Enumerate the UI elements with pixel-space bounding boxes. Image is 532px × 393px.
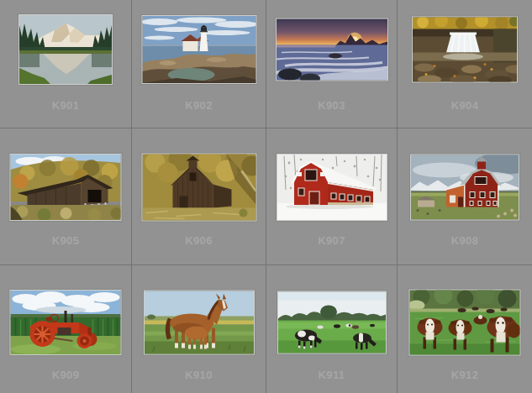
photo-k909-scene: [11, 291, 121, 354]
thumbnail-label: K903: [266, 100, 397, 112]
thumbnail-label: K911: [266, 369, 397, 381]
photo-grid: K901: [0, 0, 532, 393]
thumbnail-k901[interactable]: [18, 14, 113, 85]
thumbnail-label: K905: [0, 235, 131, 247]
gallery-item[interactable]: K912: [398, 265, 532, 393]
gallery-item[interactable]: K901: [0, 0, 131, 128]
thumbnail-label: K912: [398, 369, 532, 381]
thumbnail-k908[interactable]: [410, 155, 519, 221]
photo-k901-scene: [19, 15, 112, 84]
photo-k902-scene: [142, 16, 255, 83]
gallery-item[interactable]: K902: [132, 0, 266, 128]
photo-k912-scene: [410, 291, 520, 355]
photo-k910-scene: [145, 291, 254, 354]
thumbnail-k903[interactable]: [276, 18, 388, 81]
photo-k905-scene: [11, 155, 121, 220]
photo-k904-scene: [413, 18, 517, 82]
thumbnail-k911[interactable]: [277, 291, 387, 354]
thumbnail-k909[interactable]: [10, 290, 122, 355]
thumbnail-label: K907: [266, 235, 397, 247]
thumbnail-label: K902: [132, 100, 266, 112]
gallery-item[interactable]: K905: [0, 128, 131, 265]
thumbnail-label: K908: [398, 235, 532, 247]
gallery-item[interactable]: K906: [132, 128, 266, 265]
photo-k906-scene: [142, 155, 255, 221]
thumbnail-label: K901: [0, 100, 131, 112]
thumbnail-k910[interactable]: [144, 291, 255, 355]
thumbnail-k904[interactable]: [412, 17, 518, 83]
thumbnail-k912[interactable]: [409, 290, 521, 356]
gallery-item[interactable]: K907: [266, 128, 397, 265]
thumbnail-k905[interactable]: [10, 154, 122, 221]
photo-k903-scene: [277, 19, 387, 81]
photo-k907-scene: [277, 155, 387, 220]
thumbnail-k906[interactable]: [141, 154, 256, 222]
thumbnail-k902[interactable]: [141, 15, 256, 84]
photo-k911-scene: [278, 292, 386, 354]
gallery-item[interactable]: K903: [266, 0, 397, 128]
gallery-item[interactable]: K908: [398, 128, 532, 265]
thumbnail-label: K906: [132, 235, 266, 247]
gallery-item[interactable]: K910: [132, 265, 266, 393]
gallery-item[interactable]: K909: [0, 265, 131, 393]
thumbnail-k907[interactable]: [277, 154, 387, 221]
thumbnail-label: K904: [398, 100, 532, 112]
photo-k908-scene: [411, 155, 519, 220]
thumbnail-label: K909: [0, 369, 131, 381]
gallery-item[interactable]: K911: [266, 265, 397, 393]
thumbnail-label: K910: [132, 369, 266, 381]
gallery-item[interactable]: K904: [398, 0, 532, 128]
